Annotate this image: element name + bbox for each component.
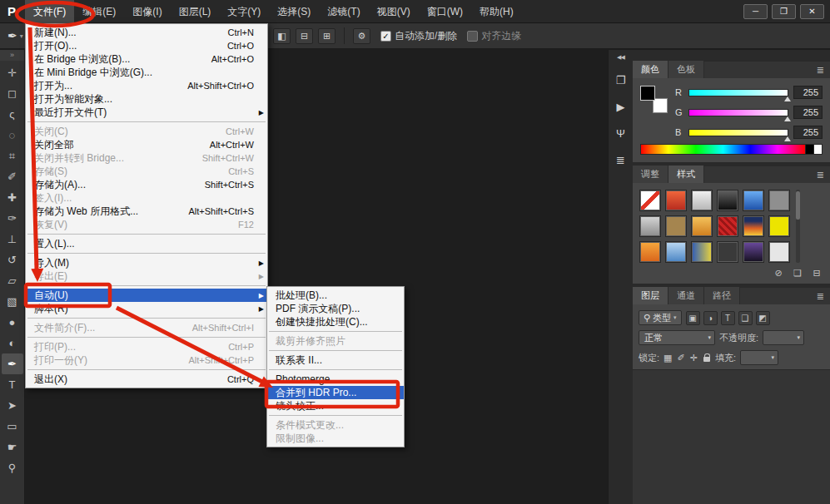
file-menu-scripts[interactable]: 脚本(R)▶: [26, 302, 267, 315]
fill-dropdown[interactable]: ▾: [740, 350, 778, 365]
marquee-tool[interactable]: ◻: [2, 83, 23, 104]
menubar-item-file[interactable]: 文件(F): [25, 0, 74, 23]
color-spectrum-ramp[interactable]: [640, 144, 806, 155]
style-sky-gradient[interactable]: [665, 241, 687, 263]
filter-shape-layers-icon[interactable]: ❑: [738, 311, 753, 325]
current-tool-icon[interactable]: ✒: [7, 29, 17, 42]
path-arrangement-icon[interactable]: ⊞: [318, 28, 335, 44]
style-dark-texture[interactable]: [717, 241, 738, 263]
panel-menu-icon[interactable]: ≣: [811, 166, 830, 183]
foreground-color-swatch[interactable]: [640, 86, 655, 101]
menubar-item-select[interactable]: 选择(S): [269, 0, 319, 23]
expand-panels-icon[interactable]: ◀◀: [617, 52, 624, 63]
channel-slider-R[interactable]: [688, 89, 788, 96]
file-menu-save-for-web[interactable]: 存储为 Web 所用格式...Alt+Shift+Ctrl+S: [26, 205, 267, 218]
clone-stamp-tool[interactable]: ⊥: [2, 229, 23, 250]
path-alignment-icon[interactable]: ⊟: [296, 28, 313, 44]
filter-type-layers-icon[interactable]: T: [721, 311, 735, 325]
menubar-item-layer[interactable]: 图层(L): [171, 0, 220, 23]
file-menu-import[interactable]: 导入(M)▶: [26, 256, 267, 269]
slider-thumb-icon[interactable]: [784, 96, 791, 101]
clear-style-icon[interactable]: ⊘: [773, 268, 784, 279]
menubar-item-edit[interactable]: 编辑(E): [74, 0, 124, 23]
style-orange-gradient[interactable]: [639, 241, 661, 263]
mini-bridge-panel-icon[interactable]: ❐: [611, 72, 631, 90]
brush-presets-panel-icon[interactable]: Ψ: [611, 125, 631, 143]
path-selection-tool[interactable]: ➤: [2, 395, 23, 416]
file-menu-save-as[interactable]: 存储为(A)...Shift+Ctrl+S: [26, 178, 267, 191]
file-menu-browse-in-bridge[interactable]: 在 Bridge 中浏览(B)...Alt+Ctrl+O: [26, 52, 267, 66]
layer-filter-kind-dropdown[interactable]: ⚲ 类型 ▾: [639, 310, 682, 325]
automate-batch[interactable]: 批处理(B)...: [267, 289, 404, 302]
style-tan[interactable]: [665, 215, 687, 237]
move-tool[interactable]: ✛: [2, 62, 23, 83]
style-purple-dark[interactable]: [743, 241, 764, 263]
style-gray-flat[interactable]: [768, 190, 790, 211]
lock-transparency-icon[interactable]: ▦: [664, 353, 672, 363]
channel-value-R[interactable]: 255: [793, 86, 823, 99]
actions-panel-icon[interactable]: ▶: [611, 98, 631, 116]
blur-tool[interactable]: ●: [2, 312, 23, 333]
eraser-tool[interactable]: ▱: [2, 270, 23, 291]
tab-layers[interactable]: 图层: [633, 287, 668, 304]
brush-tool[interactable]: ✑: [2, 208, 23, 229]
clone-source-panel-icon[interactable]: ≣: [611, 151, 631, 170]
channel-value-B[interactable]: 255: [793, 126, 823, 139]
file-menu-open[interactable]: 打开(O)...Ctrl+O: [26, 39, 267, 52]
file-menu-automate[interactable]: 自动(U)▶: [26, 289, 267, 302]
restore-button[interactable]: ❐: [772, 4, 796, 19]
tab-styles[interactable]: 样式: [668, 166, 704, 183]
align-edges-checkbox[interactable]: [467, 31, 478, 42]
filter-pixel-layers-icon[interactable]: ▣: [686, 311, 700, 325]
crop-tool[interactable]: ⌗: [2, 146, 23, 166]
file-menu-close-all[interactable]: 关闭全部Alt+Ctrl+W: [26, 138, 267, 151]
style-red-texture[interactable]: [717, 215, 738, 237]
lock-all-icon[interactable]: [703, 353, 711, 363]
automate-pdf-presentation[interactable]: PDF 演示文稿(P)...: [267, 302, 404, 315]
menubar-item-window[interactable]: 窗口(W): [419, 0, 471, 23]
zoom-tool[interactable]: ⚲: [2, 457, 23, 478]
automate-lens-correction[interactable]: 镜头校正...: [267, 399, 404, 413]
spectrum-black-swatch[interactable]: [806, 144, 814, 155]
style-white[interactable]: [768, 241, 790, 263]
new-style-icon[interactable]: ❏: [792, 268, 803, 279]
blend-mode-dropdown[interactable]: 正常 ▾: [639, 330, 715, 345]
filter-adjustment-layers-icon[interactable]: ◑: [703, 311, 718, 325]
menubar-item-view[interactable]: 视图(V): [369, 0, 419, 23]
slider-thumb-icon[interactable]: [784, 116, 791, 121]
gradient-tool[interactable]: ▧: [2, 291, 23, 312]
hand-tool[interactable]: ☛: [2, 437, 23, 457]
layers-list[interactable]: [633, 369, 830, 504]
style-none[interactable]: [639, 190, 661, 211]
history-brush-tool[interactable]: ↺: [2, 250, 23, 270]
menubar-item-type[interactable]: 文字(Y): [219, 0, 269, 23]
tab-swatches[interactable]: 色板: [668, 61, 704, 78]
file-menu-open-as-smart-object[interactable]: 打开为智能对象...: [26, 92, 267, 106]
tools-collapse-icon[interactable]: »: [0, 50, 24, 61]
quick-selection-tool[interactable]: ◌: [2, 125, 23, 146]
minimize-button[interactable]: ─: [743, 4, 768, 19]
file-menu-place[interactable]: 置入(L)...: [26, 237, 267, 250]
automate-create-droplet[interactable]: 创建快捷批处理(C)...: [267, 315, 404, 329]
pen-tool[interactable]: ✒: [2, 353, 23, 374]
tab-color[interactable]: 颜色: [633, 61, 668, 78]
dodge-tool[interactable]: ◐: [2, 333, 23, 353]
filter-smart-objects-icon[interactable]: ◩: [756, 311, 770, 325]
lock-pixels-icon[interactable]: ✐: [677, 353, 684, 363]
type-tool[interactable]: T: [2, 374, 23, 395]
style-silver-bevel[interactable]: [691, 190, 713, 211]
style-sunset[interactable]: [743, 215, 764, 237]
lasso-tool[interactable]: ς: [2, 104, 23, 125]
healing-brush-tool[interactable]: ✚: [2, 187, 23, 208]
tool-preset-caret-icon[interactable]: ▾: [20, 32, 23, 40]
menubar-item-filter[interactable]: 滤镜(T): [319, 0, 368, 23]
file-menu-open-recent[interactable]: 最近打开文件(T)▶: [26, 106, 267, 119]
eyedropper-tool[interactable]: ✐: [2, 166, 23, 187]
align-edges-option[interactable]: 对齐边缘: [467, 29, 521, 43]
tab-paths[interactable]: 路径: [704, 287, 740, 304]
automate-photomerge[interactable]: Photomerge...: [267, 373, 404, 386]
style-yellow[interactable]: [768, 215, 790, 237]
style-blue-glossy[interactable]: [743, 190, 764, 211]
styles-scrollbar[interactable]: [796, 190, 800, 263]
file-menu-new[interactable]: 新建(N)...Ctrl+N: [26, 26, 267, 39]
